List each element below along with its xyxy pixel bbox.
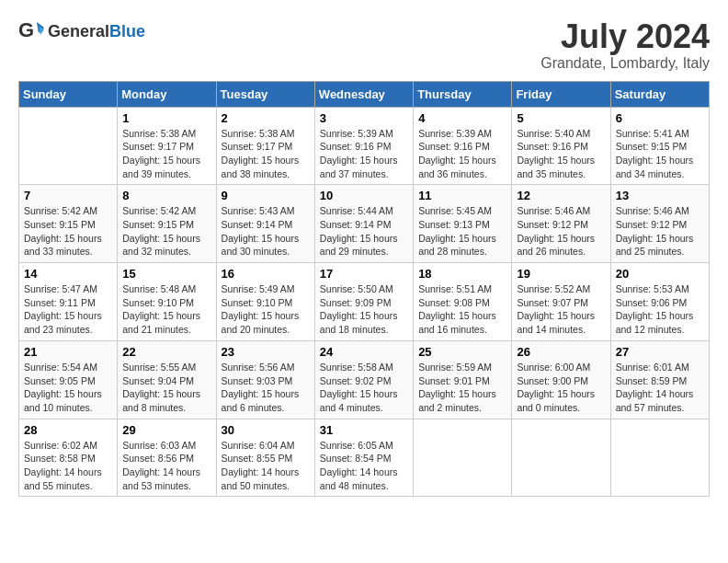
day-number: 8 (122, 189, 210, 202)
day-number: 5 (517, 111, 605, 125)
day-info: Sunrise: 5:46 AMSunset: 9:12 PMDaylight:… (616, 205, 694, 257)
day-number: 16 (222, 267, 310, 281)
calendar-cell: 23 Sunrise: 5:56 AMSunset: 9:03 PMDaylig… (216, 340, 314, 419)
calendar-cell: 29 Sunrise: 6:03 AMSunset: 8:56 PMDaylig… (118, 419, 216, 497)
header-wednesday: Wednesday (314, 81, 413, 107)
day-info: Sunrise: 5:59 AMSunset: 9:01 PMDaylight:… (418, 362, 496, 413)
day-number: 13 (616, 189, 704, 202)
calendar-cell: 18 Sunrise: 5:51 AMSunset: 9:08 PMDaylig… (414, 263, 512, 341)
day-number: 18 (418, 267, 506, 281)
month-title: July 2024 (540, 18, 710, 55)
day-info: Sunrise: 5:53 AMSunset: 9:06 PMDaylight:… (616, 283, 694, 335)
day-number: 7 (24, 189, 112, 202)
day-info: Sunrise: 5:40 AMSunset: 9:16 PMDaylight:… (517, 128, 595, 179)
calendar-cell (512, 419, 610, 497)
day-info: Sunrise: 5:54 AMSunset: 9:05 PMDaylight:… (24, 362, 102, 413)
day-number: 3 (320, 111, 408, 125)
calendar-cell (610, 419, 709, 497)
day-number: 28 (24, 423, 112, 437)
calendar-week-5: 28 Sunrise: 6:02 AMSunset: 8:58 PMDaylig… (19, 419, 710, 497)
calendar-cell: 5 Sunrise: 5:40 AMSunset: 9:16 PMDayligh… (512, 107, 610, 185)
day-number: 2 (222, 111, 310, 125)
calendar-week-3: 14 Sunrise: 5:47 AMSunset: 9:11 PMDaylig… (19, 263, 710, 341)
day-number: 31 (320, 423, 408, 437)
day-number: 14 (24, 267, 112, 281)
day-number: 6 (616, 111, 704, 125)
calendar-cell: 26 Sunrise: 6:00 AMSunset: 9:00 PMDaylig… (512, 340, 610, 419)
calendar-cell (19, 107, 118, 185)
calendar-cell: 16 Sunrise: 5:49 AMSunset: 9:10 PMDaylig… (216, 263, 314, 341)
logo-blue: Blue (109, 22, 145, 40)
header-friday: Friday (512, 81, 610, 107)
day-info: Sunrise: 6:02 AMSunset: 8:58 PMDaylight:… (24, 440, 102, 491)
day-number: 1 (122, 111, 210, 125)
day-info: Sunrise: 5:48 AMSunset: 9:10 PMDaylight:… (122, 283, 200, 335)
calendar-cell: 25 Sunrise: 5:59 AMSunset: 9:01 PMDaylig… (414, 340, 512, 419)
calendar-cell: 27 Sunrise: 6:01 AMSunset: 8:59 PMDaylig… (610, 340, 709, 419)
header-thursday: Thursday (414, 81, 512, 107)
location-title: Grandate, Lombardy, Italy (540, 55, 710, 72)
calendar-cell: 1 Sunrise: 5:38 AMSunset: 9:17 PMDayligh… (118, 107, 216, 185)
calendar-cell: 13 Sunrise: 5:46 AMSunset: 9:12 PMDaylig… (610, 185, 709, 263)
day-info: Sunrise: 6:01 AMSunset: 8:59 PMDaylight:… (616, 362, 694, 413)
day-info: Sunrise: 5:47 AMSunset: 9:11 PMDaylight:… (24, 283, 102, 335)
day-info: Sunrise: 5:42 AMSunset: 9:15 PMDaylight:… (122, 205, 200, 257)
day-info: Sunrise: 6:04 AMSunset: 8:55 PMDaylight:… (222, 440, 300, 491)
day-info: Sunrise: 5:56 AMSunset: 9:03 PMDaylight:… (222, 362, 300, 413)
day-info: Sunrise: 5:46 AMSunset: 9:12 PMDaylight:… (517, 205, 595, 257)
day-info: Sunrise: 5:55 AMSunset: 9:04 PMDaylight:… (122, 362, 200, 413)
day-number: 12 (517, 189, 605, 202)
day-info: Sunrise: 6:05 AMSunset: 8:54 PMDaylight:… (320, 440, 398, 491)
calendar-table: SundayMondayTuesdayWednesdayThursdayFrid… (18, 81, 710, 498)
calendar-cell: 21 Sunrise: 5:54 AMSunset: 9:05 PMDaylig… (19, 340, 118, 419)
day-number: 23 (222, 345, 310, 359)
logo-general: General (48, 22, 109, 40)
day-number: 9 (222, 189, 310, 202)
calendar-cell: 2 Sunrise: 5:38 AMSunset: 9:17 PMDayligh… (216, 107, 314, 185)
calendar-cell: 15 Sunrise: 5:48 AMSunset: 9:10 PMDaylig… (118, 263, 216, 341)
calendar-cell: 7 Sunrise: 5:42 AMSunset: 9:15 PMDayligh… (19, 185, 118, 263)
day-number: 25 (418, 345, 506, 359)
day-info: Sunrise: 5:42 AMSunset: 9:15 PMDaylight:… (24, 205, 102, 257)
calendar-cell: 24 Sunrise: 5:58 AMSunset: 9:02 PMDaylig… (314, 340, 413, 419)
day-number: 20 (616, 267, 704, 281)
logo-icon: G (18, 18, 44, 44)
calendar-cell: 28 Sunrise: 6:02 AMSunset: 8:58 PMDaylig… (19, 419, 118, 497)
day-info: Sunrise: 5:49 AMSunset: 9:10 PMDaylight:… (222, 283, 300, 335)
day-number: 26 (517, 345, 605, 359)
day-info: Sunrise: 6:00 AMSunset: 9:00 PMDaylight:… (517, 362, 595, 413)
calendar-cell: 8 Sunrise: 5:42 AMSunset: 9:15 PMDayligh… (118, 185, 216, 263)
day-info: Sunrise: 5:39 AMSunset: 9:16 PMDaylight:… (320, 128, 398, 179)
calendar-cell: 14 Sunrise: 5:47 AMSunset: 9:11 PMDaylig… (19, 263, 118, 341)
calendar-cell: 31 Sunrise: 6:05 AMSunset: 8:54 PMDaylig… (314, 419, 413, 497)
calendar-week-2: 7 Sunrise: 5:42 AMSunset: 9:15 PMDayligh… (19, 185, 710, 263)
calendar-cell: 20 Sunrise: 5:53 AMSunset: 9:06 PMDaylig… (610, 263, 709, 341)
calendar-cell: 11 Sunrise: 5:45 AMSunset: 9:13 PMDaylig… (414, 185, 512, 263)
day-number: 15 (122, 267, 210, 281)
day-number: 19 (517, 267, 605, 281)
day-info: Sunrise: 5:38 AMSunset: 9:17 PMDaylight:… (222, 128, 300, 179)
calendar-cell: 17 Sunrise: 5:50 AMSunset: 9:09 PMDaylig… (314, 263, 413, 341)
calendar-week-4: 21 Sunrise: 5:54 AMSunset: 9:05 PMDaylig… (19, 340, 710, 419)
day-number: 27 (616, 345, 704, 359)
day-number: 10 (320, 189, 408, 202)
day-number: 30 (222, 423, 310, 437)
calendar-cell: 9 Sunrise: 5:43 AMSunset: 9:14 PMDayligh… (216, 185, 314, 263)
calendar-cell: 6 Sunrise: 5:41 AMSunset: 9:15 PMDayligh… (610, 107, 709, 185)
day-info: Sunrise: 5:43 AMSunset: 9:14 PMDaylight:… (222, 205, 300, 257)
header-tuesday: Tuesday (216, 81, 314, 107)
day-info: Sunrise: 5:50 AMSunset: 9:09 PMDaylight:… (320, 283, 398, 335)
header-monday: Monday (118, 81, 216, 107)
day-info: Sunrise: 5:38 AMSunset: 9:17 PMDaylight:… (122, 128, 200, 179)
header: G GeneralBlue July 2024 Grandate, Lombar… (18, 18, 710, 72)
calendar-cell: 22 Sunrise: 5:55 AMSunset: 9:04 PMDaylig… (118, 340, 216, 419)
header-sunday: Sunday (19, 81, 118, 107)
day-number: 4 (418, 111, 506, 125)
svg-text:G: G (18, 18, 34, 41)
calendar-cell: 12 Sunrise: 5:46 AMSunset: 9:12 PMDaylig… (512, 185, 610, 263)
logo: G GeneralBlue (18, 18, 145, 44)
day-number: 21 (24, 345, 112, 359)
day-info: Sunrise: 5:51 AMSunset: 9:08 PMDaylight:… (418, 283, 496, 335)
day-info: Sunrise: 5:41 AMSunset: 9:15 PMDaylight:… (616, 128, 694, 179)
calendar-cell: 4 Sunrise: 5:39 AMSunset: 9:16 PMDayligh… (414, 107, 512, 185)
